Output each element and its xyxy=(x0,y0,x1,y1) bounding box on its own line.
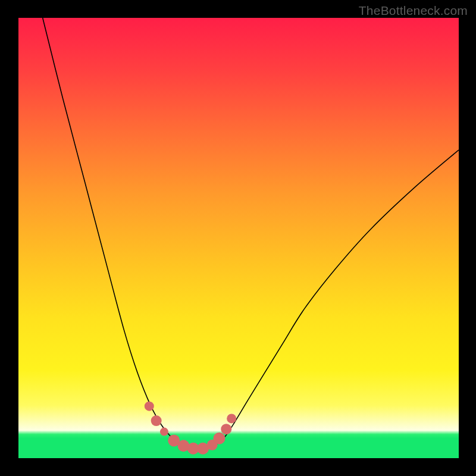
bottleneck-curve xyxy=(43,18,459,450)
highlight-marker xyxy=(227,414,236,423)
watermark-text: TheBottleneck.com xyxy=(359,4,468,18)
highlight-marker xyxy=(160,428,168,436)
highlight-marker xyxy=(145,402,154,411)
marker-group xyxy=(145,402,236,455)
highlight-marker xyxy=(151,415,162,426)
outer-frame: TheBottleneck.com xyxy=(0,0,476,476)
chart-overlay xyxy=(18,18,459,458)
highlight-marker xyxy=(213,433,225,444)
highlight-marker xyxy=(221,424,231,434)
